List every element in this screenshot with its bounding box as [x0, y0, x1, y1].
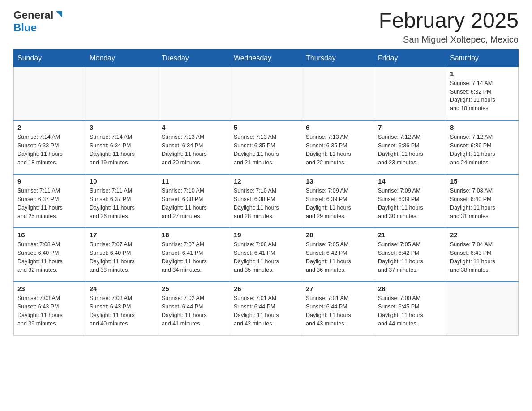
day-info: Sunrise: 7:12 AMSunset: 6:36 PMDaylight:…	[450, 133, 515, 167]
day-info: Sunrise: 7:05 AMSunset: 6:42 PMDaylight:…	[378, 240, 442, 274]
calendar-cell	[86, 67, 158, 120]
calendar-cell: 2Sunrise: 7:14 AMSunset: 6:33 PMDaylight…	[14, 120, 86, 174]
calendar-cell: 9Sunrise: 7:11 AMSunset: 6:37 PMDaylight…	[14, 174, 86, 228]
day-info: Sunrise: 7:10 AMSunset: 6:38 PMDaylight:…	[234, 187, 298, 220]
day-info: Sunrise: 7:11 AMSunset: 6:37 PMDaylight:…	[17, 187, 82, 220]
day-number: 14	[378, 177, 442, 185]
calendar-cell: 8Sunrise: 7:12 AMSunset: 6:36 PMDaylight…	[446, 120, 519, 174]
calendar-cell: 19Sunrise: 7:06 AMSunset: 6:41 PMDayligh…	[230, 228, 302, 282]
calendar-cell: 12Sunrise: 7:10 AMSunset: 6:38 PMDayligh…	[230, 174, 302, 228]
svg-marker-0	[56, 11, 62, 17]
week-row-3: 9Sunrise: 7:11 AMSunset: 6:37 PMDaylight…	[14, 174, 519, 228]
day-info: Sunrise: 7:13 AMSunset: 6:34 PMDaylight:…	[162, 133, 226, 167]
day-info: Sunrise: 7:13 AMSunset: 6:35 PMDaylight:…	[306, 133, 370, 167]
calendar-cell: 17Sunrise: 7:07 AMSunset: 6:40 PMDayligh…	[86, 228, 158, 282]
day-number: 21	[378, 231, 442, 239]
calendar-cell: 7Sunrise: 7:12 AMSunset: 6:36 PMDaylight…	[374, 120, 446, 174]
calendar-cell: 5Sunrise: 7:13 AMSunset: 6:35 PMDaylight…	[230, 120, 302, 174]
week-row-4: 16Sunrise: 7:08 AMSunset: 6:40 PMDayligh…	[14, 228, 519, 282]
day-number: 13	[306, 177, 370, 185]
day-number: 6	[306, 124, 370, 131]
calendar-cell	[230, 67, 302, 120]
day-number: 15	[450, 177, 515, 185]
week-row-2: 2Sunrise: 7:14 AMSunset: 6:33 PMDaylight…	[14, 120, 519, 174]
day-number: 23	[17, 285, 82, 292]
day-info: Sunrise: 7:07 AMSunset: 6:41 PMDaylight:…	[162, 240, 226, 274]
day-number: 3	[90, 124, 154, 131]
day-number: 24	[90, 285, 154, 292]
day-info: Sunrise: 7:14 AMSunset: 6:33 PMDaylight:…	[17, 133, 82, 167]
weekday-header-sunday: Sunday	[14, 49, 86, 67]
calendar-cell	[374, 67, 446, 120]
calendar-cell: 11Sunrise: 7:10 AMSunset: 6:38 PMDayligh…	[158, 174, 230, 228]
weekday-header-row: SundayMondayTuesdayWednesdayThursdayFrid…	[14, 49, 519, 67]
day-number: 9	[17, 177, 82, 185]
calendar-cell: 28Sunrise: 7:00 AMSunset: 6:45 PMDayligh…	[374, 282, 446, 335]
calendar-cell: 22Sunrise: 7:04 AMSunset: 6:43 PMDayligh…	[446, 228, 519, 282]
day-info: Sunrise: 7:06 AMSunset: 6:41 PMDaylight:…	[234, 240, 298, 274]
day-info: Sunrise: 7:09 AMSunset: 6:39 PMDaylight:…	[378, 187, 442, 220]
day-info: Sunrise: 7:07 AMSunset: 6:40 PMDaylight:…	[90, 240, 154, 274]
logo-blue-text: Blue	[13, 21, 37, 34]
calendar-cell: 10Sunrise: 7:11 AMSunset: 6:37 PMDayligh…	[86, 174, 158, 228]
calendar-table: SundayMondayTuesdayWednesdayThursdayFrid…	[13, 49, 519, 336]
calendar-cell: 23Sunrise: 7:03 AMSunset: 6:43 PMDayligh…	[14, 282, 86, 335]
day-info: Sunrise: 7:12 AMSunset: 6:36 PMDaylight:…	[378, 133, 442, 167]
logo-triangle-icon	[54, 9, 64, 21]
day-number: 28	[378, 285, 442, 292]
calendar-cell: 14Sunrise: 7:09 AMSunset: 6:39 PMDayligh…	[374, 174, 446, 228]
calendar-cell: 27Sunrise: 7:01 AMSunset: 6:44 PMDayligh…	[302, 282, 374, 335]
week-row-5: 23Sunrise: 7:03 AMSunset: 6:43 PMDayligh…	[14, 282, 519, 335]
calendar-cell: 16Sunrise: 7:08 AMSunset: 6:40 PMDayligh…	[14, 228, 86, 282]
calendar-cell: 13Sunrise: 7:09 AMSunset: 6:39 PMDayligh…	[302, 174, 374, 228]
day-info: Sunrise: 7:08 AMSunset: 6:40 PMDaylight:…	[450, 187, 515, 220]
week-row-1: 1Sunrise: 7:14 AMSunset: 6:32 PMDaylight…	[14, 67, 519, 120]
day-info: Sunrise: 7:04 AMSunset: 6:43 PMDaylight:…	[450, 240, 515, 274]
day-number: 18	[162, 231, 226, 239]
calendar-cell: 3Sunrise: 7:14 AMSunset: 6:34 PMDaylight…	[86, 120, 158, 174]
weekday-header-tuesday: Tuesday	[158, 49, 230, 67]
day-number: 5	[234, 124, 298, 131]
day-info: Sunrise: 7:01 AMSunset: 6:44 PMDaylight:…	[234, 294, 298, 328]
calendar-cell: 1Sunrise: 7:14 AMSunset: 6:32 PMDaylight…	[446, 67, 519, 120]
day-info: Sunrise: 7:05 AMSunset: 6:42 PMDaylight:…	[306, 240, 370, 274]
day-info: Sunrise: 7:08 AMSunset: 6:40 PMDaylight:…	[17, 240, 82, 274]
day-number: 10	[90, 177, 154, 185]
day-number: 27	[306, 285, 370, 292]
page-header: General Blue February 2025 San Miguel Xo…	[13, 9, 519, 45]
title-area: February 2025 San Miguel Xoltepec, Mexic…	[379, 9, 519, 45]
location-title: San Miguel Xoltepec, Mexico	[379, 34, 519, 45]
calendar-cell: 24Sunrise: 7:03 AMSunset: 6:43 PMDayligh…	[86, 282, 158, 335]
weekday-header-friday: Friday	[374, 49, 446, 67]
day-number: 17	[90, 231, 154, 239]
day-number: 1	[450, 70, 515, 77]
logo-general-text: General	[13, 9, 53, 21]
day-number: 16	[17, 231, 82, 239]
day-number: 25	[162, 285, 226, 292]
calendar-cell: 15Sunrise: 7:08 AMSunset: 6:40 PMDayligh…	[446, 174, 519, 228]
day-info: Sunrise: 7:09 AMSunset: 6:39 PMDaylight:…	[306, 187, 370, 220]
day-number: 7	[378, 124, 442, 131]
day-number: 26	[234, 285, 298, 292]
weekday-header-thursday: Thursday	[302, 49, 374, 67]
weekday-header-saturday: Saturday	[446, 49, 519, 67]
day-info: Sunrise: 7:14 AMSunset: 6:32 PMDaylight:…	[450, 79, 515, 113]
day-number: 20	[306, 231, 370, 239]
day-info: Sunrise: 7:00 AMSunset: 6:45 PMDaylight:…	[378, 294, 442, 328]
day-info: Sunrise: 7:03 AMSunset: 6:43 PMDaylight:…	[90, 294, 154, 328]
calendar-cell	[302, 67, 374, 120]
day-number: 8	[450, 124, 515, 131]
calendar-cell	[158, 67, 230, 120]
day-number: 12	[234, 177, 298, 185]
weekday-header-monday: Monday	[86, 49, 158, 67]
day-info: Sunrise: 7:11 AMSunset: 6:37 PMDaylight:…	[90, 187, 154, 220]
day-info: Sunrise: 7:03 AMSunset: 6:43 PMDaylight:…	[17, 294, 82, 328]
day-number: 11	[162, 177, 226, 185]
logo-area: General Blue	[13, 9, 64, 34]
day-number: 4	[162, 124, 226, 131]
calendar-cell: 6Sunrise: 7:13 AMSunset: 6:35 PMDaylight…	[302, 120, 374, 174]
day-info: Sunrise: 7:10 AMSunset: 6:38 PMDaylight:…	[162, 187, 226, 220]
calendar-cell: 26Sunrise: 7:01 AMSunset: 6:44 PMDayligh…	[230, 282, 302, 335]
calendar-cell: 21Sunrise: 7:05 AMSunset: 6:42 PMDayligh…	[374, 228, 446, 282]
day-info: Sunrise: 7:01 AMSunset: 6:44 PMDaylight:…	[306, 294, 370, 328]
